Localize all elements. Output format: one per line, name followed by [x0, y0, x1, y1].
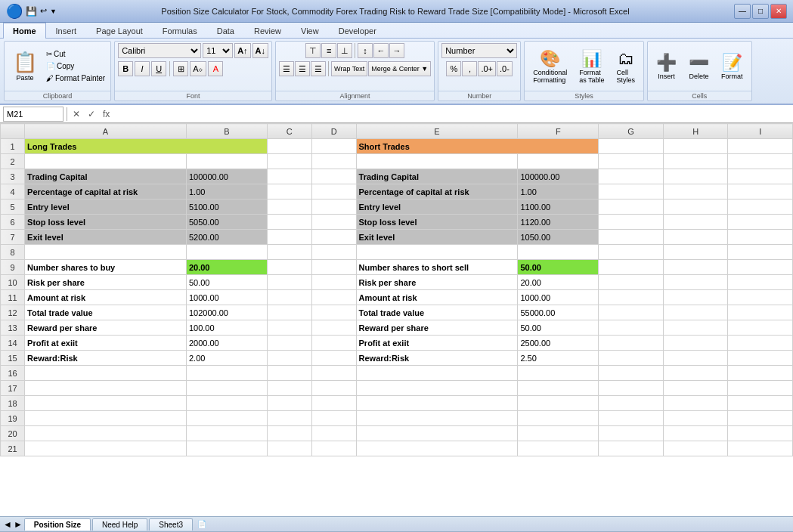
border-button[interactable]: ⊞	[173, 61, 188, 76]
cell-C6[interactable]	[267, 215, 311, 230]
cell-G12[interactable]	[599, 305, 664, 320]
cell-B18[interactable]	[186, 396, 267, 411]
cell-E15[interactable]: Reward:Risk	[356, 351, 518, 366]
cell-D19[interactable]	[311, 411, 356, 426]
cell-G16[interactable]	[599, 366, 664, 381]
cell-E1[interactable]: Short Trades	[356, 139, 599, 154]
col-header-D[interactable]: D	[311, 124, 356, 139]
cell-C4[interactable]	[267, 184, 311, 200]
cell-I3[interactable]	[728, 169, 793, 184]
cell-C15[interactable]	[267, 351, 311, 366]
cell-B21[interactable]	[186, 441, 267, 456]
cell-B2[interactable]	[186, 154, 267, 169]
cell-A5[interactable]: Entry level	[25, 200, 187, 215]
cell-C21[interactable]	[267, 441, 311, 456]
cell-F12[interactable]: 55000.00	[518, 305, 599, 320]
tab-view[interactable]: View	[291, 23, 329, 39]
format-painter-button[interactable]: 🖌 Format Painter	[44, 73, 107, 84]
cell-C17[interactable]	[267, 381, 311, 396]
cell-F5[interactable]: 1100.00	[518, 200, 599, 215]
cell-E13[interactable]: Reward per share	[356, 320, 518, 336]
cell-C13[interactable]	[267, 320, 311, 336]
sheet-nav-next[interactable]: ►	[14, 519, 23, 530]
formula-confirm-icon[interactable]: ✓	[85, 109, 98, 119]
cell-G9[interactable]	[599, 260, 664, 275]
cell-F3[interactable]: 100000.00	[518, 169, 599, 184]
cell-E11[interactable]: Amount at risk	[356, 290, 518, 305]
quick-access-save[interactable]: 💾	[26, 6, 37, 17]
cell-E2[interactable]	[356, 154, 518, 169]
cell-H1[interactable]	[663, 139, 728, 154]
cell-A9[interactable]: Number shares to buy	[25, 260, 187, 275]
col-header-G[interactable]: G	[599, 124, 664, 139]
cell-E17[interactable]	[356, 381, 518, 396]
cell-F9[interactable]: 50.00	[518, 260, 599, 275]
cell-H15[interactable]	[663, 351, 728, 366]
cell-H6[interactable]	[663, 215, 728, 230]
indent-decrease-button[interactable]: ←	[373, 43, 389, 58]
col-header-A[interactable]: A	[25, 124, 187, 139]
cell-C19[interactable]	[267, 411, 311, 426]
cell-B8[interactable]	[186, 245, 267, 260]
align-right-button[interactable]: ☰	[311, 61, 326, 76]
cell-I14[interactable]	[728, 336, 793, 351]
cell-I5[interactable]	[728, 200, 793, 215]
cell-D7[interactable]	[311, 230, 356, 245]
cell-F2[interactable]	[518, 154, 599, 169]
cell-A16[interactable]	[25, 366, 187, 381]
align-top-button[interactable]: ⊤	[305, 43, 321, 58]
cell-B12[interactable]: 102000.00	[186, 305, 267, 320]
sheet-tab-sheet3[interactable]: Sheet3	[149, 518, 193, 530]
cell-E10[interactable]: Risk per share	[356, 275, 518, 290]
cell-F13[interactable]: 50.00	[518, 320, 599, 336]
conditional-formatting-button[interactable]: 🎨 ConditionalFormatting	[528, 47, 572, 86]
cell-E20[interactable]	[356, 426, 518, 441]
cell-A20[interactable]	[25, 426, 187, 441]
cell-A13[interactable]: Reward per share	[25, 320, 187, 336]
italic-button[interactable]: I	[135, 61, 150, 76]
cell-C7[interactable]	[267, 230, 311, 245]
cell-F21[interactable]	[518, 441, 599, 456]
cell-F10[interactable]: 20.00	[518, 275, 599, 290]
cell-G3[interactable]	[599, 169, 664, 184]
cell-H5[interactable]	[663, 200, 728, 215]
close-button[interactable]: ✕	[770, 4, 787, 19]
align-left-button[interactable]: ☰	[279, 61, 294, 76]
merge-center-button[interactable]: Merge & Center ▼	[368, 61, 431, 76]
decrease-decimal-button[interactable]: .0-	[497, 61, 513, 76]
cell-A1[interactable]: Long Trades	[25, 139, 268, 154]
cell-H2[interactable]	[663, 154, 728, 169]
cell-B5[interactable]: 5100.00	[186, 200, 267, 215]
cell-G5[interactable]	[599, 200, 664, 215]
cell-B13[interactable]: 100.00	[186, 320, 267, 336]
cell-C20[interactable]	[267, 426, 311, 441]
cell-D6[interactable]	[311, 215, 356, 230]
cell-reference-box[interactable]	[3, 107, 64, 122]
cell-G15[interactable]	[599, 351, 664, 366]
cell-D14[interactable]	[311, 336, 356, 351]
cell-I17[interactable]	[728, 381, 793, 396]
cell-D9[interactable]	[311, 260, 356, 275]
cell-F4[interactable]: 1.00	[518, 184, 599, 200]
cell-C5[interactable]	[267, 200, 311, 215]
maximize-button[interactable]: □	[752, 4, 769, 19]
cell-D3[interactable]	[311, 169, 356, 184]
cell-B6[interactable]: 5050.00	[186, 215, 267, 230]
sheet-tab-position-size[interactable]: Position Size	[24, 518, 91, 530]
cell-B3[interactable]: 100000.00	[186, 169, 267, 184]
cell-E5[interactable]: Entry level	[356, 200, 518, 215]
col-header-B[interactable]: B	[186, 124, 267, 139]
formula-cancel-icon[interactable]: ✕	[70, 109, 82, 119]
cell-C2[interactable]	[267, 154, 311, 169]
cell-A12[interactable]: Total trade value	[25, 305, 187, 320]
cell-D8[interactable]	[311, 245, 356, 260]
cell-A7[interactable]: Exit level	[25, 230, 187, 245]
cell-G13[interactable]	[599, 320, 664, 336]
cell-H20[interactable]	[663, 426, 728, 441]
cell-H4[interactable]	[663, 184, 728, 200]
cell-G11[interactable]	[599, 290, 664, 305]
cell-A19[interactable]	[25, 411, 187, 426]
cell-G10[interactable]	[599, 275, 664, 290]
align-middle-button[interactable]: ≡	[321, 43, 336, 58]
cell-G8[interactable]	[599, 245, 664, 260]
